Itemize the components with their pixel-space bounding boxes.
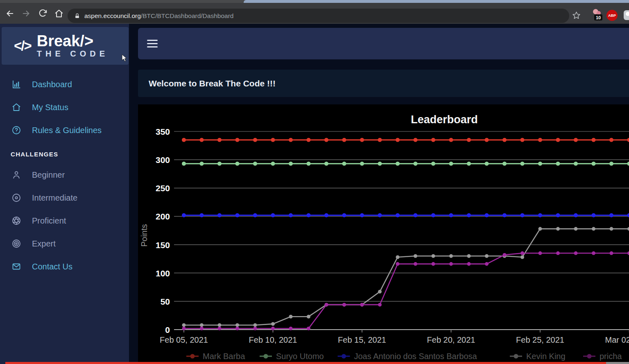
sidebar-item-label: Proficient [32, 216, 66, 226]
sidebar-item-label: Expert [32, 239, 56, 249]
chart-legend: Mark BarbaSuryo UtomoJoas Antonio dos Sa… [186, 352, 622, 361]
legend-item-0[interactable]: Mark Barba [186, 352, 245, 361]
y-tick: 0 [165, 325, 170, 335]
address-bar[interactable]: aspen.eccouncil.org/BTC/BTCDashboard/Das… [68, 9, 569, 23]
profile-avatar[interactable] [624, 10, 629, 20]
x-axis: Feb 05, 2021Feb 10, 2021Feb 15, 2021Feb … [160, 330, 629, 344]
sidebar-item-label: Dashboard [32, 80, 72, 89]
sidebar-item-label: Beginner [32, 170, 65, 180]
url-path: /BTC/BTCDashboard/Dashboard [141, 12, 234, 20]
y-tick: 150 [156, 240, 170, 250]
code-icon: </> [14, 38, 31, 54]
browser-toolbar: aspen.eccouncil.org/BTC/BTCDashboard/Das… [0, 3, 629, 24]
y-axis-label: Points [140, 224, 149, 247]
sidebar-item-intermediate[interactable]: Intermediate [0, 186, 129, 209]
star-icon [572, 11, 581, 20]
series-3 [182, 227, 629, 327]
x-tick: Feb 20, 2021 [427, 335, 475, 344]
y-tick: 300 [156, 155, 170, 165]
y-tick: 50 [161, 297, 170, 306]
x-tick: Feb 10, 2021 [249, 335, 297, 344]
forward-button[interactable] [18, 5, 34, 22]
legend-label: Suryo Utomo [276, 352, 324, 361]
grid: 050100150200250300350 [156, 127, 629, 335]
sidebar-item-contact-us[interactable]: Contact Us [0, 255, 129, 278]
top-bar [138, 28, 629, 59]
leaderboard-chart-panel: 050100150200250300350Feb 05, 2021Feb 10,… [138, 104, 629, 364]
legend-label: Mark Barba [203, 352, 245, 361]
disc-icon [11, 193, 21, 203]
person-icon [11, 170, 21, 180]
y-tick: 250 [156, 183, 170, 193]
series-0 [182, 138, 629, 142]
y-tick: 350 [156, 127, 170, 136]
x-tick: Feb 25, 2021 [516, 335, 564, 344]
progress-played [5, 362, 606, 364]
app-viewport: </> Break/> THE CODE Dashboard My Status [0, 24, 629, 364]
welcome-text: Welcome to Break The Code !!! [149, 79, 276, 88]
leaderboard-chart: 050100150200250300350Feb 05, 2021Feb 10,… [138, 104, 629, 364]
welcome-banner: Welcome to Break The Code !!! [138, 70, 629, 97]
x-tick: Feb 05, 2021 [160, 335, 208, 344]
back-button[interactable] [2, 5, 18, 22]
lock-icon [74, 13, 80, 19]
menu-toggle-button[interactable] [147, 38, 158, 50]
sidebar: </> Break/> THE CODE Dashboard My Status [0, 24, 129, 364]
legend-label: pricha [600, 352, 622, 361]
legend-item-2[interactable]: Joas Antonio dos Santos Barbosa [338, 352, 477, 361]
window-top-strip [244, 0, 629, 3]
aperture-icon [11, 216, 21, 226]
logo-title: Break/> [37, 34, 109, 48]
tab-strip [0, 0, 629, 3]
sidebar-item-label: Contact Us [32, 262, 72, 271]
sidebar-item-label: Rules & Guidelines [32, 126, 102, 135]
sidebar-item-expert[interactable]: Expert [0, 232, 129, 255]
y-tick: 100 [156, 269, 170, 278]
target-icon [11, 239, 21, 249]
extension-button[interactable]: 10 [591, 8, 604, 21]
mouse-cursor-icon [121, 54, 128, 62]
forward-icon [22, 9, 31, 18]
question-circle-icon [11, 125, 21, 135]
progress-remaining [606, 362, 629, 364]
video-progress-bar[interactable] [0, 362, 629, 364]
adblock-plus-button[interactable]: ABP [606, 10, 618, 21]
refresh-button[interactable] [34, 5, 51, 22]
legend-label: Kevin King [526, 352, 566, 361]
mail-icon [11, 262, 21, 271]
home-icon [54, 9, 63, 18]
logo-subtitle: THE CODE [37, 49, 109, 59]
chart-title: Leaderboard [411, 113, 478, 126]
logo[interactable]: </> Break/> THE CODE [2, 27, 129, 65]
sidebar-item-rules-guidelines[interactable]: Rules & Guidelines [0, 119, 129, 142]
bookmark-star-button[interactable] [570, 9, 582, 21]
sidebar-item-dashboard[interactable]: Dashboard [0, 73, 129, 96]
x-tick: Feb 15, 2021 [338, 335, 386, 344]
series-4 [182, 251, 629, 330]
sidebar-item-label: Intermediate [32, 193, 77, 203]
legend-item-4[interactable]: pricha [583, 352, 622, 361]
sidebar-section-challenges: CHALLENGES [0, 142, 129, 163]
home-button[interactable] [51, 5, 67, 22]
extension-badge: 10 [594, 14, 602, 20]
legend-label: Joas Antonio dos Santos Barbosa [354, 352, 477, 361]
sidebar-item-beginner[interactable]: Beginner [0, 163, 129, 186]
refresh-icon [38, 9, 47, 18]
y-tick: 200 [156, 212, 170, 221]
bar-chart-icon [11, 79, 21, 89]
back-icon [5, 9, 14, 18]
x-tick: Mar 02, 2021 [605, 335, 629, 344]
legend-item-3[interactable]: Kevin King [510, 352, 566, 361]
sidebar-item-proficient[interactable]: Proficient [0, 209, 129, 232]
series-1 [182, 162, 629, 166]
home-outline-icon [11, 102, 21, 112]
series-2 [182, 213, 629, 217]
sidebar-item-my-status[interactable]: My Status [0, 96, 129, 119]
legend-item-1[interactable]: Suryo Utomo [260, 352, 324, 361]
sidebar-item-label: My Status [32, 103, 68, 112]
hamburger-icon [147, 40, 158, 41]
url-domain: aspen.eccouncil.org [84, 12, 141, 20]
